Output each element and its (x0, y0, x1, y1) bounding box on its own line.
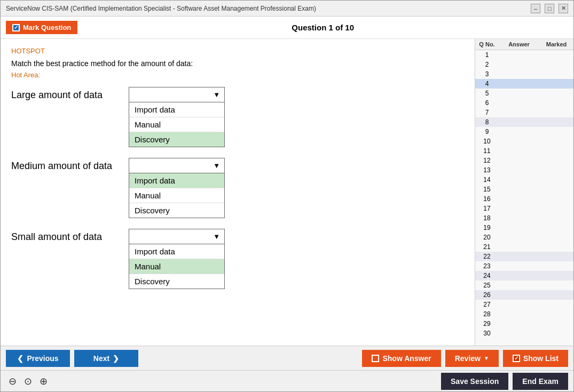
option-manual-large[interactable]: Manual (129, 117, 224, 132)
app-window: ServiceNow CIS-SAM (Certified Implementa… (0, 0, 574, 392)
sidebar-row-4[interactable]: 4 (475, 79, 573, 89)
sidebar-row-9[interactable]: 9 (475, 127, 573, 137)
sidebar-cell-num: 27 (476, 300, 498, 309)
sidebar-cell-marked (540, 89, 572, 98)
option-manual-medium[interactable]: Manual (129, 188, 224, 203)
toolbar: ✓ Mark Question Question 1 of 10 (1, 17, 573, 39)
sidebar-col-answer: Answer (498, 41, 540, 47)
sidebar-row-10[interactable]: 10 (475, 137, 573, 146)
zoom-reset-button[interactable]: ⊙ (21, 374, 35, 388)
dropdown-header-medium[interactable]: ▼ (129, 158, 224, 173)
sidebar-cell-answer (498, 252, 540, 261)
sidebar-cell-num: 4 (476, 79, 498, 88)
sidebar-row-27[interactable]: 27 (475, 300, 573, 309)
sidebar-cell-answer (498, 214, 540, 222)
sidebar-row-24[interactable]: 24 (475, 271, 573, 281)
question-progress: Question 1 of 10 (77, 23, 568, 32)
sidebar-cell-marked (540, 118, 572, 126)
option-discovery-small[interactable]: Discovery (129, 274, 224, 289)
sidebar-cell-marked (540, 70, 572, 78)
sidebar-cell-answer (498, 262, 540, 270)
zoom-controls: ⊖ ⊙ ⊕ (6, 374, 50, 388)
option-import-data-medium[interactable]: Import data (129, 173, 224, 188)
zoom-out-button[interactable]: ⊖ (6, 374, 19, 388)
sidebar-cell-num: 16 (476, 195, 498, 203)
sidebar-row-29[interactable]: 29 (475, 319, 573, 329)
row-label-small: Small amount of data (11, 229, 118, 243)
next-button[interactable]: Next ❯ (74, 350, 138, 367)
sidebar-row-1[interactable]: 1 (475, 50, 573, 60)
sidebar-cell-answer (498, 195, 540, 203)
row-label-medium: Medium amount of data (11, 158, 118, 172)
sidebar-cell-num: 21 (476, 243, 498, 251)
sidebar-list: 1 2 3 4 5 6 7 8 (475, 50, 573, 346)
sidebar-row-18[interactable]: 18 (475, 213, 573, 223)
sidebar-row-20[interactable]: 20 (475, 233, 573, 242)
sidebar-cell-marked (540, 271, 572, 280)
sidebar-cell-num: 23 (476, 262, 498, 270)
sidebar-cell-marked (540, 127, 572, 136)
sidebar-cell-answer (498, 99, 540, 107)
chevron-left-icon: ❮ (17, 354, 23, 363)
save-session-label: Save Session (451, 377, 499, 386)
dropdown-medium[interactable]: ▼ Import data Manual Discovery (129, 158, 225, 218)
sidebar-row-19[interactable]: 19 (475, 223, 573, 233)
sidebar-row-14[interactable]: 14 (475, 175, 573, 185)
sidebar-row-2[interactable]: 2 (475, 60, 573, 69)
show-answer-button[interactable]: Show Answer (362, 350, 441, 367)
option-discovery-medium[interactable]: Discovery (129, 203, 224, 218)
title-bar: ServiceNow CIS-SAM (Certified Implementa… (1, 1, 573, 17)
sidebar-row-16[interactable]: 16 (475, 194, 573, 204)
sidebar-cell-marked (540, 243, 572, 251)
sidebar-row-13[interactable]: 13 (475, 165, 573, 175)
question-text: Match the best practice method for the a… (11, 59, 464, 68)
end-exam-button[interactable]: End Exam (513, 373, 568, 390)
dropdown-large[interactable]: ▼ Import data Manual Discovery (129, 87, 225, 147)
sidebar-cell-num: 17 (476, 204, 498, 213)
hotspot-row-medium: Medium amount of data ▼ Import data Manu… (11, 158, 464, 218)
sidebar-row-6[interactable]: 6 (475, 98, 573, 108)
option-import-data-small[interactable]: Import data (129, 244, 224, 259)
dropdown-header-large[interactable]: ▼ (129, 87, 224, 102)
show-list-button[interactable]: ✓ Show List (503, 350, 568, 367)
sidebar-row-12[interactable]: 12 (475, 156, 573, 165)
sidebar-row-7[interactable]: 7 (475, 108, 573, 117)
sidebar-header: Q No. Answer Marked (475, 39, 573, 50)
previous-button[interactable]: ❮ Previous (6, 350, 70, 367)
close-button[interactable]: ✕ (559, 4, 568, 13)
sidebar-cell-marked (540, 166, 572, 174)
maximize-button[interactable]: □ (545, 4, 554, 13)
mark-question-button[interactable]: ✓ Mark Question (6, 21, 77, 34)
option-manual-small[interactable]: Manual (129, 259, 224, 274)
sidebar-row-5[interactable]: 5 (475, 89, 573, 98)
minimize-button[interactable]: – (531, 4, 540, 13)
sidebar-row-22[interactable]: 22 (475, 252, 573, 261)
sidebar-row-21[interactable]: 21 (475, 242, 573, 252)
sidebar-row-8[interactable]: 8 (475, 117, 573, 127)
sidebar-row-23[interactable]: 23 (475, 261, 573, 271)
sidebar-row-17[interactable]: 17 (475, 204, 573, 213)
review-button[interactable]: Review ▼ (445, 350, 499, 367)
sidebar-row-26[interactable]: 26 (475, 290, 573, 300)
sidebar-cell-num: 29 (476, 319, 498, 328)
option-import-data-large[interactable]: Import data (129, 102, 224, 117)
sidebar-cell-answer (498, 243, 540, 251)
option-discovery-large[interactable]: Discovery (129, 132, 224, 147)
save-session-button[interactable]: Save Session (441, 373, 508, 390)
end-exam-label: End Exam (522, 377, 559, 386)
sidebar-row-25[interactable]: 25 (475, 281, 573, 290)
sidebar-row-28[interactable]: 28 (475, 309, 573, 319)
sidebar-cell-marked (540, 147, 572, 155)
sidebar-cell-answer (498, 147, 540, 155)
dropdown-small[interactable]: ▼ Import data Manual Discovery (129, 229, 225, 289)
sidebar-row-15[interactable]: 15 (475, 185, 573, 194)
bottom-bar: ❮ Previous Next ❯ Show Answer Review ▼ ✓… (1, 346, 573, 370)
sidebar-row-30[interactable]: 30 (475, 329, 573, 338)
sidebar-row-11[interactable]: 11 (475, 146, 573, 156)
dropdown-header-small[interactable]: ▼ (129, 229, 224, 244)
hotspot-row-large: Large amount of data ▼ Import data Manua… (11, 87, 464, 147)
sidebar-row-3[interactable]: 3 (475, 69, 573, 79)
zoom-in-button[interactable]: ⊕ (37, 374, 50, 388)
sidebar-cell-marked (540, 310, 572, 318)
chevron-right-icon: ❯ (113, 354, 119, 363)
